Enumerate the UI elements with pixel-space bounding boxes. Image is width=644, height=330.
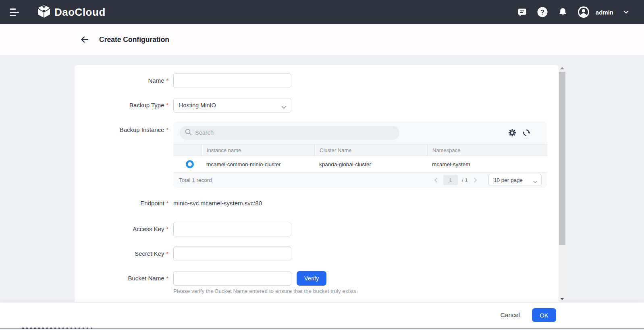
backup-instance-label: Backup Instance* [75, 123, 168, 137]
chevron-down-icon [533, 179, 538, 185]
back-arrow-icon[interactable] [80, 35, 89, 44]
page-size-value: 10 per page [494, 177, 523, 183]
instance-table-header: Instance name Cluster Name Namespace [173, 144, 547, 156]
messages-icon[interactable] [517, 7, 528, 18]
backup-type-select[interactable]: Hosting MinIO [173, 98, 291, 113]
endpoint-label: Endpoint* [75, 196, 168, 211]
refresh-icon[interactable] [522, 129, 530, 137]
required-marker: * [166, 251, 168, 257]
daocloud-logo: DaoCloud [37, 4, 106, 20]
column-header-namespace: Namespace [427, 144, 547, 156]
scrollbar-thumb[interactable] [559, 72, 565, 245]
notifications-bell-icon[interactable] [557, 7, 568, 18]
cell-namespace: mcamel-system [427, 156, 547, 172]
triangle-down-icon [560, 298, 564, 300]
vertical-scrollbar[interactable] [559, 65, 566, 302]
bucket-help-text: Please verify the Bucket Name entered to… [173, 288, 358, 294]
search-icon [185, 128, 192, 137]
page-header: Create Configuration [0, 24, 644, 55]
action-footer: Cancel OK [0, 302, 644, 328]
access-key-input[interactable] [173, 222, 291, 236]
backup-instance-label-row: Backup Instance* [75, 123, 168, 137]
user-menu-chevron-down-icon[interactable] [623, 10, 629, 14]
current-page-box[interactable]: 1 [443, 175, 458, 185]
scrollbar-up-arrow[interactable] [559, 65, 566, 71]
radio-column-header [173, 144, 202, 156]
access-key-label: Access Key* [75, 222, 168, 236]
logo-text: DaoCloud [54, 6, 106, 19]
required-marker: * [166, 200, 168, 207]
cell-instance-name: mcamel-common-minio-cluster [202, 156, 314, 172]
bucket-name-label: Bucket Name* [75, 271, 168, 286]
cell-cluster-name: kpanda-global-cluster [314, 156, 427, 172]
total-records-text: Total 1 record [179, 177, 212, 183]
user-name[interactable]: admin [596, 9, 613, 16]
svg-text:?: ? [540, 9, 544, 16]
backup-type-label: Backup Type* [75, 98, 168, 113]
instance-picker-toolbar [173, 122, 547, 144]
daocloud-cube-icon [37, 4, 51, 20]
page-title: Create Configuration [99, 36, 169, 44]
next-page-chevron-icon[interactable] [472, 178, 479, 183]
backup-type-selected-value: Hosting MinIO [179, 102, 216, 109]
ok-button[interactable]: OK [532, 308, 556, 322]
secret-key-label: Secret Key* [75, 246, 168, 261]
required-marker: * [166, 275, 168, 282]
menu-toggle-icon[interactable] [9, 8, 19, 16]
bucket-name-row: Bucket Name* Verify [75, 271, 326, 286]
column-header-instance-name: Instance name [202, 144, 314, 156]
required-marker: * [166, 226, 168, 232]
secret-key-input[interactable] [173, 246, 291, 261]
settings-gear-icon[interactable] [508, 129, 516, 137]
top-navigation-bar: DaoCloud ? [0, 0, 644, 24]
bucket-name-input[interactable] [173, 271, 291, 286]
page-size-select[interactable]: 10 per page [488, 174, 542, 186]
clipped-text-fragments [22, 328, 95, 329]
instance-search-box[interactable] [180, 126, 399, 140]
scrollbar-down-arrow[interactable] [559, 296, 566, 302]
name-input[interactable] [173, 73, 291, 88]
access-key-row: Access Key* [75, 222, 291, 236]
clipped-content-sliver [0, 328, 644, 330]
name-label: Name* [75, 73, 168, 88]
required-marker: * [166, 102, 168, 109]
triangle-up-icon [560, 67, 564, 69]
page-total-text: / 1 [462, 177, 468, 183]
cancel-button[interactable]: Cancel [501, 311, 520, 319]
instance-table-footer: Total 1 record 1 / 1 10 per page [173, 173, 547, 187]
chevron-down-icon [281, 104, 287, 111]
create-configuration-form-card: Name* Backup Type* Hosting MinIO Backup … [75, 65, 559, 330]
column-header-cluster-name: Cluster Name [314, 144, 427, 156]
instance-table-row[interactable]: mcamel-common-minio-cluster kpanda-globa… [173, 156, 547, 173]
backup-instance-picker-panel: Instance name Cluster Name Namespace mca… [173, 122, 547, 188]
endpoint-row: Endpoint* minio-svc.mcamel-system.svc:80 [75, 196, 262, 211]
name-row: Name* [75, 73, 291, 88]
verify-button[interactable]: Verify [297, 271, 326, 286]
help-icon[interactable]: ? [537, 6, 548, 18]
clipped-divider-line [0, 328, 644, 329]
secret-key-row: Secret Key* [75, 246, 291, 261]
user-avatar-icon[interactable] [578, 6, 590, 18]
row-radio-selected[interactable] [186, 160, 194, 168]
endpoint-value: minio-svc.mcamel-system.svc:80 [173, 200, 262, 207]
backup-type-row: Backup Type* Hosting MinIO [75, 98, 291, 113]
required-marker: * [166, 127, 168, 133]
previous-page-chevron-icon[interactable] [432, 178, 439, 183]
instance-search-input[interactable] [195, 129, 395, 136]
required-marker: * [166, 77, 168, 84]
